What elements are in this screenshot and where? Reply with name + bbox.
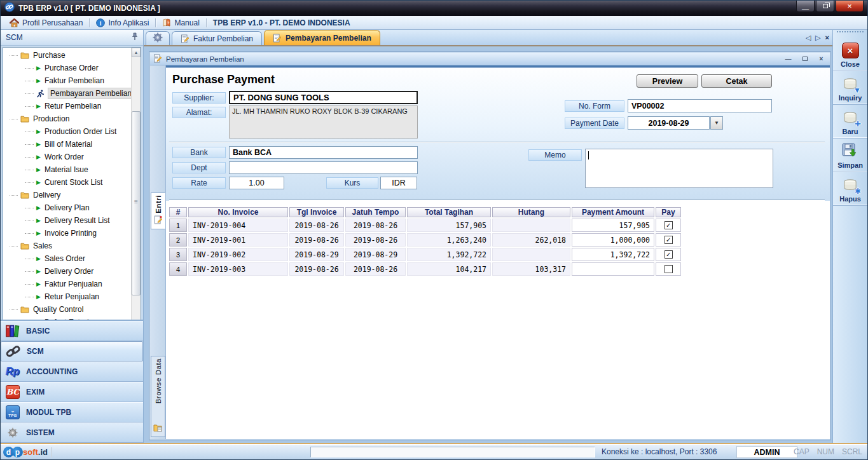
tree-item-sales-order[interactable]: ▶Sales Order bbox=[3, 252, 130, 265]
inner-minimize-button[interactable]: — bbox=[783, 55, 794, 64]
column-header-hutang[interactable]: Hutang bbox=[492, 207, 570, 217]
payment-amount-cell[interactable]: 157,905 bbox=[572, 219, 654, 232]
menu-item-info-aplikasi[interactable]: iInfo Aplikasi bbox=[91, 16, 154, 29]
row-number-cell[interactable]: 2 bbox=[169, 233, 187, 247]
action-button-inquiry[interactable]: ▼Inquiry bbox=[833, 71, 867, 105]
action-button-simpan[interactable]: Simpan bbox=[833, 139, 867, 172]
column-header-jatuh-tempo[interactable]: Jatuh Tempo bbox=[345, 207, 406, 217]
pin-icon[interactable] bbox=[132, 32, 138, 43]
total-tagihan-cell[interactable]: 157,905 bbox=[407, 219, 491, 232]
hutang-cell[interactable]: 103,317 bbox=[492, 262, 570, 276]
tree-item-faktur-pembelian[interactable]: ▶Faktur Pembelian bbox=[3, 74, 130, 87]
payment-date-dropdown[interactable]: ▼ bbox=[710, 116, 723, 130]
tab-close-icon[interactable]: × bbox=[825, 34, 829, 42]
jatuh-tempo-cell[interactable]: 2019-08-26 bbox=[345, 262, 406, 276]
tgl-invoice-cell[interactable]: 2019-08-26 bbox=[289, 262, 344, 276]
pay-checkbox[interactable] bbox=[665, 265, 673, 273]
module-button-basic[interactable]: BASIC bbox=[1, 321, 143, 341]
jatuh-tempo-cell[interactable]: 2019-08-26 bbox=[345, 233, 406, 247]
tree-item-material-isue[interactable]: ▶Material Isue bbox=[3, 163, 130, 176]
side-tab-browse-data[interactable]: Browse Data bbox=[151, 356, 165, 437]
restore-button[interactable] bbox=[816, 1, 834, 12]
pay-checkbox[interactable]: ✓ bbox=[665, 221, 673, 229]
tab-scroll-left-icon[interactable]: ◁ bbox=[806, 34, 811, 42]
pay-checkbox[interactable]: ✓ bbox=[665, 236, 673, 244]
cetak-button[interactable]: Cetak bbox=[701, 74, 772, 88]
scroll-up-icon[interactable]: ▲ bbox=[132, 48, 141, 57]
tree-item-faktur-penjualan[interactable]: ▶Faktur Penjualan bbox=[3, 278, 130, 290]
memo-textarea[interactable] bbox=[585, 149, 773, 188]
preview-button[interactable]: Preview bbox=[637, 74, 698, 88]
tree-item-invoice-printing[interactable]: ▶Invoice Printing bbox=[3, 227, 130, 240]
hutang-cell[interactable] bbox=[492, 219, 570, 232]
close-button[interactable]: × bbox=[836, 1, 864, 12]
kurs-input[interactable]: IDR bbox=[380, 177, 417, 189]
tgl-invoice-cell[interactable]: 2019-08-26 bbox=[289, 219, 344, 232]
side-tab-entri[interactable]: Entri bbox=[151, 193, 165, 229]
hutang-cell[interactable] bbox=[492, 248, 570, 261]
tree-item-retur-penjualan[interactable]: ▶Retur Penjualan bbox=[3, 290, 130, 303]
supplier-input[interactable]: PT. DONG SUNG TOOLS bbox=[229, 91, 418, 104]
tree-item-delivery-plan[interactable]: ▶Delivery Plan bbox=[3, 201, 130, 214]
tab-gear[interactable] bbox=[146, 31, 170, 45]
column-header-payment-amount[interactable]: Payment Amount bbox=[572, 207, 654, 217]
rate-input[interactable]: 1.00 bbox=[229, 177, 284, 189]
module-button-scm[interactable]: SCM bbox=[1, 341, 143, 362]
invoice-cell[interactable]: INV-2019-003 bbox=[188, 262, 288, 276]
payment-amount-cell[interactable]: 1,000,000 bbox=[572, 233, 654, 247]
tgl-invoice-cell[interactable]: 2019-08-26 bbox=[289, 233, 344, 247]
alamat-textarea[interactable]: JL. MH THAMRIN RUKO ROXY BLOK B-39 CIKAR… bbox=[229, 105, 418, 139]
column-header-[interactable]: # bbox=[169, 207, 187, 217]
tree-folder-purchase[interactable]: Purchase bbox=[3, 49, 130, 62]
action-button-hapus[interactable]: ✱Hapus bbox=[833, 172, 867, 206]
action-button-close[interactable]: ×Close bbox=[833, 37, 867, 71]
column-header-tgl-invoice[interactable]: Tgl Invoice bbox=[289, 207, 344, 217]
row-number-cell[interactable]: 4 bbox=[169, 262, 187, 276]
action-button-baru[interactable]: +Baru bbox=[833, 105, 867, 139]
tree-item-curent-stock-list[interactable]: ▶Curent Stock List bbox=[3, 176, 130, 189]
tree-vertical-scrollbar[interactable]: ▲ ▼ bbox=[131, 48, 141, 345]
tab-pembayaran-pembelian[interactable]: Pembayaran Pembelian bbox=[264, 30, 380, 45]
column-header-no-invoice[interactable]: No. Invoice bbox=[188, 207, 288, 217]
panel-drag-handle[interactable] bbox=[837, 31, 864, 36]
tree-item-purchase-order[interactable]: ▶Purchase Order bbox=[3, 62, 130, 74]
payment-amount-cell[interactable] bbox=[572, 262, 654, 276]
menu-item-profil-perusahaan[interactable]: Profil Perusahaan bbox=[4, 16, 88, 29]
invoice-cell[interactable]: INV-2019-002 bbox=[188, 248, 288, 261]
tree-item-retur-pembelian[interactable]: ▶Retur Pembelian bbox=[3, 100, 130, 112]
tree-item-delivery-order[interactable]: ▶Delivery Order bbox=[3, 265, 130, 278]
column-header-pay[interactable]: Pay bbox=[656, 207, 681, 217]
tree-folder-quality-control[interactable]: Quality Control bbox=[3, 303, 130, 316]
scrollbar-thumb[interactable] bbox=[132, 111, 141, 295]
inner-maximize-button[interactable] bbox=[799, 55, 810, 64]
module-button-exim[interactable]: BCEXIM bbox=[1, 382, 143, 402]
total-tagihan-cell[interactable]: 1,392,722 bbox=[407, 248, 491, 261]
payment-amount-cell[interactable]: 1,392,722 bbox=[572, 248, 654, 261]
module-button-sistem[interactable]: SISTEM bbox=[1, 423, 143, 443]
invoice-cell[interactable]: INV-2019-001 bbox=[188, 233, 288, 247]
total-tagihan-cell[interactable]: 1,263,240 bbox=[407, 233, 491, 247]
column-header-total-tagihan[interactable]: Total Tagihan bbox=[407, 207, 491, 217]
tree-folder-production[interactable]: Production bbox=[3, 112, 130, 125]
tree-item-work-order[interactable]: ▶Work Order bbox=[3, 151, 130, 163]
tab-scroll-right-icon[interactable]: ▷ bbox=[815, 34, 820, 42]
row-number-cell[interactable]: 3 bbox=[169, 248, 187, 261]
jatuh-tempo-cell[interactable]: 2019-08-29 bbox=[345, 248, 406, 261]
menu-item-manual[interactable]: ?Manual bbox=[157, 16, 204, 29]
tree-item-pembayaran-pembelian[interactable]: Pembayaran Pembelian bbox=[3, 87, 130, 100]
inner-close-button[interactable]: × bbox=[816, 55, 827, 64]
tree-item-bill-of-material[interactable]: ▶Bill of Material bbox=[3, 138, 130, 151]
pay-checkbox[interactable]: ✓ bbox=[665, 250, 673, 259]
module-button-accounting[interactable]: RpACCOUNTING bbox=[1, 362, 143, 382]
no-form-input[interactable]: VP00002 bbox=[628, 99, 772, 112]
tgl-invoice-cell[interactable]: 2019-08-29 bbox=[289, 248, 344, 261]
hutang-cell[interactable]: 262,018 bbox=[492, 233, 570, 247]
payment-date-input[interactable]: 2019-08-29 bbox=[628, 116, 710, 130]
tab-faktur-pembelian[interactable]: Faktur Pembelian bbox=[172, 31, 262, 45]
tree-item-delivery-result-list[interactable]: ▶Delivery Result List bbox=[3, 214, 130, 227]
row-number-cell[interactable]: 1 bbox=[169, 219, 187, 232]
invoice-cell[interactable]: INV-2019-004 bbox=[188, 219, 288, 232]
minimize-button[interactable]: — bbox=[796, 1, 815, 12]
jatuh-tempo-cell[interactable]: 2019-08-26 bbox=[345, 219, 406, 232]
total-tagihan-cell[interactable]: 104,217 bbox=[407, 262, 491, 276]
